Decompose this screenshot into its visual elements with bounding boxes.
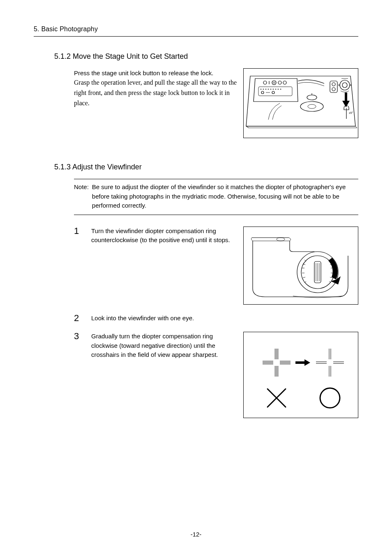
step-1: 1 Turn the viewfinder diopter compensati… [74,227,358,305]
svg-point-21 [300,102,323,111]
svg-point-19 [307,95,317,100]
svg-point-3 [273,82,275,83]
svg-rect-59 [295,361,304,364]
step-3-num: 3 [74,332,81,341]
page: 5. Basic Photography 5.1.2 Move the Stag… [0,0,392,555]
svg-rect-6 [258,87,292,96]
svg-line-39 [303,277,305,278]
heading-513: 5.1.3 Adjust the Viewfinder [54,163,358,171]
svg-point-22 [308,104,316,109]
svg-point-2 [272,81,276,85]
step-3-text: Gradually turn the diopter compensation … [91,332,238,360]
svg-point-5 [283,81,286,84]
figure-viewfinder [243,227,358,305]
svg-point-8 [263,89,264,90]
figure-crosshairs [243,332,358,418]
intro-512: Press the stage unit lock button to rele… [74,68,358,138]
svg-point-12 [273,89,274,90]
svg-point-18 [272,91,274,94]
svg-point-27 [342,83,347,88]
chapter-header: 5. Basic Photography [34,25,358,37]
step-1-text: Turn the viewfinder diopter compensation… [91,227,238,245]
svg-point-4 [278,81,281,84]
svg-point-0 [263,81,267,84]
figure-stage-panel: ±5° [243,68,358,138]
step-2-num: 2 [74,314,81,323]
page-number: -12- [0,531,392,538]
svg-point-7 [261,89,261,90]
note-text: Be sure to adjust the diopter of the vie… [92,183,358,210]
step-3: 3 Gradually turn the diopter compensatio… [74,332,358,418]
note-label: Note: [74,183,89,210]
step-2: 2 Look into the viewfinder with one eye. [74,314,358,323]
svg-point-29 [350,85,351,86]
note-513: Note: Be sure to adjust the diopter of t… [74,179,358,215]
svg-point-15 [280,89,281,90]
svg-point-10 [268,89,269,90]
svg-point-16 [261,91,264,94]
svg-point-70 [320,388,340,408]
svg-point-28 [339,85,340,86]
svg-point-9 [265,89,266,90]
svg-point-24 [332,83,335,86]
svg-point-14 [278,89,279,90]
heading-512: 5.1.2 Move the Stage Unit to Get Started [54,52,358,61]
intro-512-text: Press the stage unit lock button to rele… [74,68,238,109]
svg-point-26 [340,80,350,90]
intro-512-p1: Press the stage unit lock button to rele… [74,68,238,78]
intro-512-p2: Grasp the operation lever, and pull the … [74,78,238,108]
svg-point-11 [270,89,271,90]
svg-point-32 [277,238,285,241]
step-2-text: Look into the viewfinder with one eye. [91,314,358,323]
svg-text:±5°: ±5° [349,111,353,114]
svg-point-13 [275,89,276,90]
step-1-num: 1 [74,227,81,236]
svg-point-25 [332,88,335,91]
